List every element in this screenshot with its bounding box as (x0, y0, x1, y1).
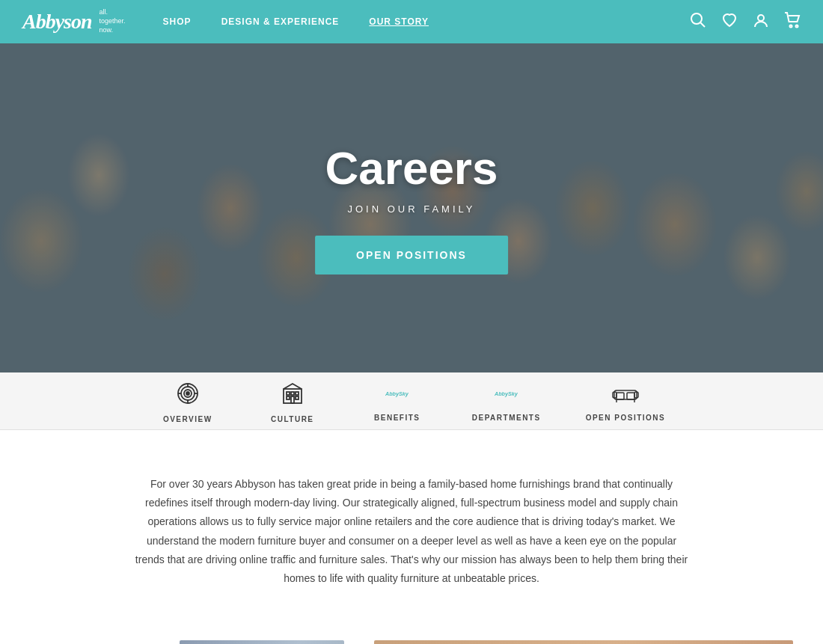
header-nav: SHOP DESIGN & EXPERIENCE OUR STORY (163, 16, 690, 27)
svg-rect-18 (291, 396, 294, 403)
header: Abbyson all. together. now. SHOP DESIGN … (0, 0, 823, 43)
hero-section: Careers JOIN OUR FAMILY OPEN POSITIONS (0, 43, 823, 372)
svg-text:AbbySky: AbbySky (385, 390, 409, 397)
hero-content: Careers JOIN OUR FAMILY OPEN POSITIONS (315, 141, 508, 275)
tab-open-positions[interactable]: OPEN POSITIONS (586, 383, 666, 422)
tab-culture[interactable]: CULTURE (263, 381, 322, 423)
nav-our-story[interactable]: OUR STORY (369, 16, 429, 27)
target-icon (176, 381, 200, 411)
tab-benefits[interactable]: AbbySky BENEFITS (367, 383, 427, 422)
svg-point-4 (796, 25, 798, 27)
nav-shop[interactable]: SHOP (163, 16, 192, 27)
tab-benefits-label: BENEFITS (374, 414, 420, 422)
svg-rect-23 (617, 393, 624, 399)
tab-open-positions-label: OPEN POSITIONS (586, 414, 666, 422)
account-icon[interactable] (753, 12, 769, 32)
svg-rect-16 (296, 392, 299, 395)
tab-departments-label: DEPARTMENTS (472, 414, 541, 422)
benefits-icon: AbbySky (385, 383, 409, 409)
svg-text:AbbySky: AbbySky (495, 390, 518, 397)
overview-text: For over 30 years Abbyson has taken grea… (135, 475, 688, 588)
departments-icon: AbbySky (495, 383, 518, 409)
svg-rect-14 (287, 392, 290, 395)
header-icons (690, 12, 801, 32)
bottom-section: Abbyson. (0, 625, 823, 644)
open-positions-button[interactable]: OPEN POSITIONS (315, 236, 508, 275)
svg-point-0 (691, 13, 702, 24)
tab-culture-label: CULTURE (271, 415, 314, 423)
svg-rect-22 (614, 390, 637, 399)
overview-section: For over 30 years Abbyson has taken grea… (0, 430, 823, 625)
svg-point-3 (790, 25, 792, 27)
wishlist-icon[interactable] (721, 12, 738, 32)
svg-point-2 (758, 15, 764, 21)
cart-icon[interactable] (784, 12, 801, 32)
careers-nav-tabs: OVERVIEW CULTURE AbbySky BENEFITS (0, 372, 823, 430)
sofa-icon (612, 383, 639, 409)
svg-line-1 (701, 22, 706, 27)
logo-tagline: all. together. now. (100, 8, 126, 34)
logo-text: Abbyson (22, 10, 92, 34)
logo-area[interactable]: Abbyson all. together. now. (22, 8, 126, 34)
building-icon (281, 381, 305, 411)
hero-subtitle: JOIN OUR FAMILY (315, 203, 508, 215)
svg-rect-15 (291, 392, 294, 395)
hero-title: Careers (315, 141, 508, 194)
svg-rect-24 (627, 393, 634, 399)
tab-departments[interactable]: AbbySky DEPARTMENTS (472, 383, 541, 422)
tab-overview[interactable]: OVERVIEW (158, 381, 218, 423)
svg-point-8 (186, 392, 189, 395)
bottom-image-2 (374, 640, 793, 644)
svg-rect-17 (287, 396, 290, 399)
nav-design-experience[interactable]: DESIGN & EXPERIENCE (221, 16, 340, 27)
svg-rect-19 (296, 396, 299, 399)
tab-overview-label: OVERVIEW (163, 415, 212, 423)
bottom-image-1 (180, 640, 344, 644)
search-icon[interactable] (690, 12, 706, 32)
